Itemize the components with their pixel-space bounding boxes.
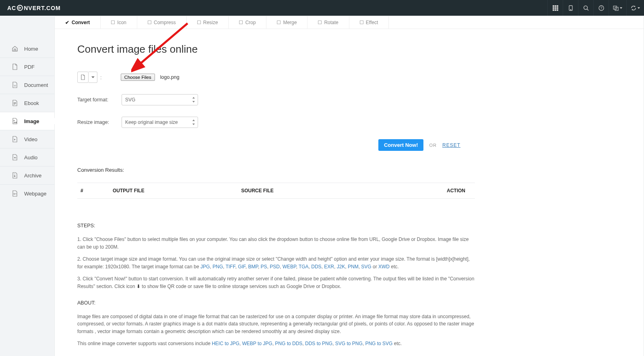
sidebar-item-video[interactable]: Video [0,130,54,148]
sidebar-item-label: Audio [24,154,37,161]
format-link[interactable]: EXR [324,264,334,270]
sidebar-item-audio[interactable]: Audio [0,148,54,167]
svg-rect-7 [555,9,556,11]
format-link[interactable]: XWD [378,264,390,270]
conversion-link[interactable]: SVG to PNG [335,341,363,346]
search-icon[interactable] [578,0,593,16]
grid-icon[interactable] [547,0,563,16]
sidebar-item-ebook[interactable]: Ebook [0,94,54,112]
check-icon: ✔ [65,20,69,25]
svg-line-12 [587,9,588,10]
main-card: ✔Convert Icon Compress Resize Crop Merge… [54,16,644,356]
sidebar-item-document[interactable]: WDocument [0,76,54,94]
step-1: 1. Click "Choose Files" button to select… [77,236,475,251]
format-link[interactable]: WEBP [283,264,296,270]
mobile-icon[interactable] [563,0,578,16]
sidebar-item-label: Image [24,118,39,124]
sidebar-item-label: Ebook [24,100,39,106]
tab-rotate[interactable]: Rotate [308,16,349,29]
col-num: # [77,183,109,199]
file-source-dropdown[interactable] [89,72,97,83]
swap-icon: ⟳ [17,5,23,11]
svg-rect-5 [557,7,558,9]
navbar-right: ? [547,0,644,16]
svg-point-11 [584,6,587,9]
conversion-link[interactable]: DDS to PNG [305,341,332,346]
sidebar-item-label: Archive [24,173,41,179]
top-navbar: AC ⟳ NVERT.COM ? [0,0,644,16]
file-source-button[interactable] [77,72,89,83]
svg-rect-2 [557,5,558,7]
tab-convert[interactable]: ✔Convert [55,16,101,29]
format-link[interactable]: PS [261,264,267,270]
sidebar-item-pdf[interactable]: PDF [0,58,54,76]
sidebar-item-home[interactable]: Home [0,40,54,58]
conversion-link[interactable]: WEBP to JPG [242,341,272,346]
format-link[interactable]: GIF [238,264,246,270]
sidebar-item-webpage[interactable]: Webpage [0,185,54,202]
format-link[interactable]: BMP [248,264,258,270]
svg-rect-0 [553,5,554,7]
format-link[interactable]: JPG [200,264,210,270]
convert-button[interactable]: Convert Now! [378,139,424,151]
file-code-icon [11,190,19,197]
step-2: 2. Choose target image size and image fo… [77,255,475,270]
format-link[interactable]: DDS [311,264,321,270]
svg-rect-25 [14,176,15,177]
file-row: : Choose Files logo.png [77,72,475,83]
brand-logo[interactable]: AC ⟳ NVERT.COM [7,5,61,11]
download-icon: ⬇ [136,284,140,289]
conversion-link[interactable]: PNG to SVG [365,341,392,346]
sidebar-item-label: PDF [24,64,35,70]
file-video-icon [11,136,19,142]
svg-rect-4 [555,7,556,9]
format-link[interactable]: J2K [337,264,345,270]
refresh-icon[interactable] [626,0,644,16]
sidebar-item-label: Webpage [24,191,46,197]
tab-resize[interactable]: Resize [187,16,229,29]
home-icon [11,45,19,52]
tab-effect[interactable]: Effect [349,16,389,29]
format-link[interactable]: TIFF [225,264,235,270]
file-text-icon [11,100,19,106]
sidebar-item-label: Video [24,136,37,142]
format-link[interactable]: SVG [361,264,371,270]
tab-merge[interactable]: Merge [266,16,308,29]
choose-files-button[interactable]: Choose Files [121,74,155,81]
resize-select[interactable]: Keep original image size [122,117,198,128]
steps-heading: STEPS: [77,223,475,228]
square-icon [239,21,243,24]
tab-crop[interactable]: Crop [229,16,266,29]
action-tabs: ✔Convert Icon Compress Resize Crop Merge… [55,16,644,29]
col-source: SOURCE FILE [238,183,369,199]
conversion-link[interactable]: HEIC to JPG [212,341,239,346]
svg-rect-3 [553,7,554,9]
tab-icon[interactable]: Icon [101,16,137,29]
tab-compress[interactable]: Compress [137,16,187,29]
about-2: This online image converter supports vas… [77,340,475,348]
format-link[interactable]: PSD [270,264,280,270]
target-format-row: Target format: SVG [77,94,475,105]
reset-link[interactable]: RESET [442,142,460,148]
action-row: Convert Now! OR RESET [77,139,475,151]
conversion-link[interactable]: PNG to DDS [275,341,302,346]
sidebar-item-archive[interactable]: Archive [0,167,54,185]
or-text: OR [429,143,437,148]
about-1: Image files are composed of digital data… [77,313,475,335]
format-link[interactable]: PNG [213,264,223,270]
page-title: Convert image files online [77,43,475,56]
sidebar: Home PDF WDocument Ebook Image Video Aud… [0,16,54,356]
sidebar-item-image[interactable]: Image [0,112,54,130]
format-link[interactable]: TGA [299,264,309,270]
square-icon [148,21,151,24]
col-action: ACTION [369,183,475,199]
square-icon [197,21,201,24]
brand-prefix: AC [7,5,16,11]
resize-row: Resize image: Keep original image size [77,117,475,128]
square-icon [277,21,281,24]
help-icon[interactable]: ? [593,0,609,16]
target-format-select[interactable]: SVG [122,94,198,105]
format-link[interactable]: PNM [348,264,359,270]
svg-text:?: ? [600,6,602,10]
language-icon[interactable] [609,0,626,16]
